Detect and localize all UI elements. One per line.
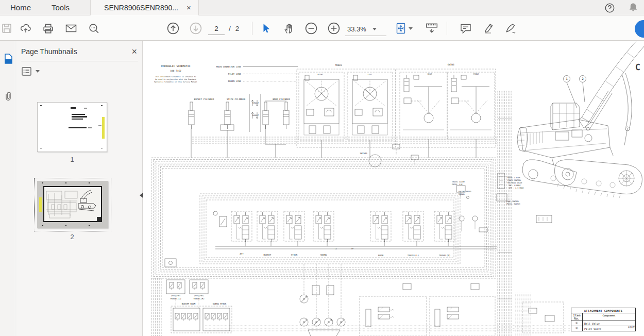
schematic-label: 108-7162	[170, 70, 181, 72]
minus-circle-icon	[304, 22, 318, 35]
schematic-labels: HYDRAULIC SCHEMATIC108-7162This Attachme…	[154, 63, 640, 305]
document-tab[interactable]: SENR8906SENR890... ×	[90, 0, 199, 15]
schematic-label: SWING 2 STEP	[507, 177, 520, 179]
save-button[interactable]	[0, 20, 15, 37]
page-number-input[interactable]: 2	[208, 23, 225, 35]
help-icon[interactable]	[604, 3, 615, 13]
schematic-label: DOUBLE	[252, 114, 259, 116]
chevron-down-icon	[372, 28, 377, 30]
attachment-table-title: ATTACHMENT COMPONENTS	[571, 308, 635, 313]
schematic-label: REAR	[428, 73, 432, 75]
page-thumbnails-panel: Page Thumbnails × 1	[16, 41, 143, 336]
user-avatar[interactable]	[635, 20, 644, 38]
schematic-label: (REV)(FWD)	[194, 295, 204, 297]
zoom-level-dropdown[interactable]: 33.3%	[345, 23, 386, 36]
chevron-down-icon	[409, 27, 413, 30]
document-tab-label: SENR8906SENR890...	[104, 4, 178, 12]
previous-page-button[interactable]	[164, 20, 182, 37]
schematic-label: HYDRAULIC SCHEMATIC	[161, 64, 190, 68]
select-tool-button[interactable]	[257, 20, 275, 37]
save-icon	[1, 23, 12, 34]
panel-close-icon[interactable]: ×	[131, 47, 137, 56]
schematic-label: SWIVEL	[360, 152, 368, 155]
schematic-label: (REV)(FWD)	[171, 295, 181, 297]
paperclip-icon	[4, 91, 13, 101]
toolbar-panel-button[interactable]	[423, 20, 440, 37]
schematic-label: C	[635, 63, 640, 72]
document-page: HYDRAULIC SCHEMATIC108-7162This Attachme…	[143, 41, 644, 336]
schematic-label: SWING	[447, 63, 454, 66]
schematic-label: ATT	[240, 253, 244, 255]
toolbar: 2 / 2 33.3%	[0, 16, 644, 41]
share-upload-button[interactable]	[17, 20, 35, 37]
schematic-label: PRESS. SWITCH	[506, 203, 520, 205]
schematic-label: SINGLE	[252, 102, 259, 104]
schematic-label: be used in conjunction with the Standard	[155, 78, 196, 80]
envelope-icon	[65, 22, 77, 35]
options-list-icon	[22, 67, 32, 76]
schematic-label: TRAVEL(L)	[170, 297, 181, 300]
thumbnail-page-1[interactable]	[37, 102, 107, 152]
fill-sign-button[interactable]	[502, 20, 519, 37]
right-line-bundle	[498, 91, 512, 336]
notifications-bell-icon[interactable]	[628, 2, 639, 13]
schematic-label: PP	[351, 248, 353, 250]
page-thumbnails-icon	[4, 54, 13, 64]
zoom-level-value: 33.3%	[347, 25, 366, 33]
schematic-label: This Attachment Schematic is intended to	[155, 76, 196, 78]
select-arrow-icon	[260, 23, 272, 34]
attachment-col-component: Component	[583, 313, 635, 321]
schematic-label: PRESS. S/W	[452, 183, 463, 186]
rail-page-thumbnails-button[interactable]	[3, 53, 14, 65]
schematic-label: TRAVEL(R)	[439, 254, 451, 257]
left-bottom-bundle	[151, 278, 161, 336]
page-total: 2	[235, 25, 240, 32]
schematic-label: TRACK	[335, 64, 342, 66]
plus-circle-icon	[327, 22, 341, 35]
thumbnail-page-2	[37, 181, 108, 228]
drawing-code: 61857	[607, 326, 636, 329]
zoom-out-button[interactable]	[302, 20, 320, 37]
comment-bubble-icon	[460, 22, 472, 35]
arrow-down-circle-icon	[189, 22, 202, 35]
schematic-label: BUCKET CYLINDER	[194, 98, 214, 100]
excavator-illustration	[517, 41, 644, 198]
schematic-label: LEFT	[368, 74, 372, 76]
highlighter-icon	[483, 22, 495, 35]
menu-home[interactable]: Home	[0, 0, 41, 15]
fountain-pen-icon	[504, 22, 517, 35]
rail-attachments-button[interactable]	[3, 90, 14, 102]
attachment-col-item: Item No.	[571, 313, 583, 321]
schematic-label: 1	[566, 77, 568, 80]
zoom-in-button[interactable]	[325, 20, 343, 37]
sidebar-rail	[0, 41, 15, 336]
schematic-label: MAIN CONNECTOR LINE	[216, 65, 241, 68]
ruler-download-icon	[425, 22, 438, 35]
comment-button[interactable]	[457, 20, 474, 37]
fit-page-button[interactable]	[392, 20, 415, 37]
schematic-label: ON : H MODE	[509, 184, 520, 187]
hydraulic-schematic-drawing: HYDRAULIC SCHEMATIC108-7162This Attachme…	[143, 41, 644, 336]
schematic-label: LS	[335, 248, 337, 250]
schematic-label: PUMP CONTROL	[506, 200, 519, 203]
menu-tools[interactable]: Tools	[41, 0, 80, 15]
hand-icon	[283, 22, 295, 35]
schematic-label: OFF : L,S MODE	[509, 187, 524, 189]
schematic-label: SIGNAL	[459, 193, 465, 195]
next-page-button[interactable]	[187, 20, 205, 37]
email-button[interactable]	[62, 20, 80, 37]
thumbnail-options-button[interactable]	[22, 67, 40, 76]
schematic-label: SWING STICK	[213, 303, 227, 305]
print-button[interactable]	[39, 20, 57, 37]
hand-tool-button[interactable]	[280, 20, 298, 37]
pilot-line-bundle-inner	[200, 194, 460, 264]
highlight-button[interactable]	[480, 20, 498, 37]
marquee-zoom-button[interactable]	[85, 20, 103, 37]
schematic-label: BOOM CYLINDER	[273, 98, 290, 100]
panel-title: Page Thumbnails	[21, 47, 77, 56]
thumbnail-page-2-selected[interactable]	[34, 178, 111, 231]
tab-bar: Home Tools SENR8906SENR890... ×	[0, 0, 644, 15]
schematic-label: SWING	[320, 254, 327, 256]
tab-close-icon[interactable]: ×	[187, 4, 191, 11]
schematic-label: BOOM	[378, 254, 384, 257]
